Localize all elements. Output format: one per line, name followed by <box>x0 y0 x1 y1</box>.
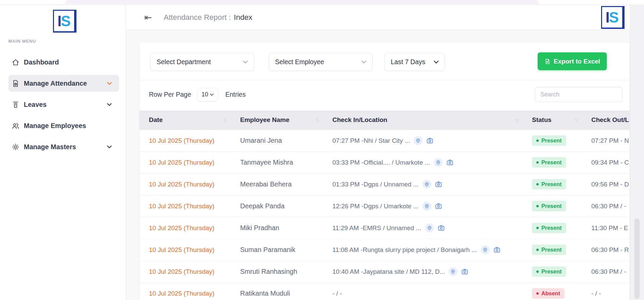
check-out-cell: 06:30 PM - R <box>582 239 630 261</box>
sidebar-item-manage-attendance[interactable]: Manage Attendance <box>8 75 119 92</box>
chevron-down-icon <box>434 60 439 64</box>
report-card: Select Department Select Employee Last 7… <box>139 42 630 300</box>
table-row: 10 Jul 2025 (Thursday) Tanmayee Mishra 0… <box>140 152 630 173</box>
sort-icon[interactable]: ↑↓ <box>575 117 577 123</box>
entries-label: Entries <box>225 91 246 98</box>
sidebar-item-dashboard[interactable]: Dashboard <box>8 54 119 71</box>
check-out-cell: 06:30 PM / - <box>582 195 630 217</box>
export-to-excel-button[interactable]: Export to Excel <box>538 52 607 70</box>
column-header-check-in[interactable]: Check In/Location↑↓ <box>323 111 523 130</box>
employee-name-cell: Smruti Ranhasingh <box>231 261 323 283</box>
employee-name-cell: Tanmayee Mishra <box>231 152 323 173</box>
attendance-icon <box>12 80 19 87</box>
status-dot-icon <box>536 292 539 295</box>
location-pin-icon[interactable] <box>425 223 434 232</box>
sidebar-item-label: Manage Employees <box>24 122 86 130</box>
check-out-cell: - / - <box>582 283 630 300</box>
status-cell: Present <box>523 173 582 195</box>
camera-icon[interactable] <box>435 203 442 210</box>
sidebar-item-label: Dashboard <box>24 58 59 66</box>
check-out-cell: 06:30 PM / - <box>582 261 630 283</box>
sort-icon[interactable]: ↑↓ <box>515 117 518 123</box>
location-pin-icon[interactable] <box>422 202 431 211</box>
sidebar-collapse-icon[interactable]: ⇤ <box>144 12 152 23</box>
sidebar-item-label: Leaves <box>24 101 47 109</box>
status-cell: Present <box>523 217 582 239</box>
check-in-cell: 10:40 AM -Jaypatana site / MD 112, D... <box>323 261 523 283</box>
status-cell: Present <box>523 261 582 283</box>
camera-icon[interactable] <box>438 224 445 231</box>
sidebar-menu: Dashboard Manage Attendance Leaves <box>8 54 119 155</box>
employee-name-cell: Umarani Jena <box>231 130 323 152</box>
employee-select-value: Select Employee <box>275 58 324 66</box>
chevron-down-icon <box>107 82 112 85</box>
status-badge: Absent <box>532 288 565 299</box>
file-excel-icon <box>544 58 550 65</box>
column-header-employee-name[interactable]: Employee Name↑↓ <box>231 111 323 130</box>
camera-icon[interactable] <box>493 246 500 253</box>
date-range-select[interactable]: Last 7 Days <box>384 53 445 71</box>
camera-icon[interactable] <box>446 159 453 166</box>
sidebar-item-leaves[interactable]: Leaves <box>8 96 119 113</box>
chevron-down-icon <box>361 60 366 64</box>
status-badge: Present <box>532 135 566 146</box>
date-cell: 10 Jul 2025 (Thursday) <box>140 173 231 195</box>
status-badge: Present <box>532 201 566 211</box>
date-cell: 10 Jul 2025 (Thursday) <box>140 130 231 152</box>
search-input[interactable] <box>535 87 623 102</box>
location-pin-icon[interactable] <box>434 158 443 167</box>
page-title-emphasis: Index <box>234 13 252 22</box>
chevron-down-icon <box>107 103 112 106</box>
employee-name-cell: Meerabai Behera <box>231 173 323 195</box>
status-dot-icon <box>536 139 539 142</box>
status-badge: Present <box>532 157 566 168</box>
location-pin-icon[interactable] <box>414 136 423 145</box>
scrollbar-thumb[interactable] <box>634 218 640 299</box>
sidebar-item-manage-masters[interactable]: Manage Masters <box>8 138 119 155</box>
status-dot-icon <box>536 227 539 229</box>
column-header-date[interactable]: Date↑↓ <box>140 111 231 130</box>
camera-icon[interactable] <box>461 268 468 275</box>
sidebar-item-label: Manage Attendance <box>24 80 87 87</box>
camera-icon[interactable] <box>435 181 442 188</box>
status-cell: Present <box>523 239 582 261</box>
employee-name-cell: Miki Pradhan <box>231 217 323 239</box>
status-cell: Present <box>523 195 582 217</box>
employee-name-cell: Deepak Panda <box>231 195 323 217</box>
status-cell: Present <box>523 152 582 173</box>
status-badge: Present <box>532 245 566 255</box>
page-header: ⇤ Attendance Report : Index IS <box>126 5 630 30</box>
chevron-down-icon <box>243 60 248 64</box>
department-select[interactable]: Select Department <box>150 53 254 71</box>
table-row: 10 Jul 2025 (Thursday) Miki Pradhan 11:2… <box>140 217 630 239</box>
column-header-status[interactable]: Status↑↓ <box>523 111 582 130</box>
status-cell: Absent <box>523 283 582 300</box>
table-row: 10 Jul 2025 (Thursday) Suman Paramanik 1… <box>140 239 630 261</box>
table-row: 10 Jul 2025 (Thursday) Deepak Panda 12:2… <box>140 195 630 217</box>
logo-letter-i: I <box>57 14 61 29</box>
table-row: 10 Jul 2025 (Thursday) Smruti Ranhasingh… <box>140 261 630 283</box>
sidebar-item-manage-employees[interactable]: Manage Employees <box>8 117 119 134</box>
logo-letter-s: S <box>609 10 619 25</box>
table-controls: Row Per Page 10 Entries <box>149 87 623 102</box>
location-pin-icon[interactable] <box>481 245 490 254</box>
page-title: Attendance Report : Index <box>164 5 252 30</box>
scrollbar-track <box>630 5 644 300</box>
column-header-check-out[interactable]: Check Out/L <box>582 111 630 130</box>
check-in-cell: 03:33 PM -Official.... / Umarkote ... <box>323 152 523 173</box>
section-divider <box>140 80 630 80</box>
department-select-value: Select Department <box>157 58 211 66</box>
location-pin-icon[interactable] <box>422 180 431 189</box>
top-bar <box>0 0 644 5</box>
page-size-select[interactable]: 10 <box>197 88 218 101</box>
sort-icon[interactable]: ↑↓ <box>316 117 318 123</box>
status-dot-icon <box>536 205 539 207</box>
camera-icon[interactable] <box>426 137 433 144</box>
employee-select[interactable]: Select Employee <box>269 53 373 71</box>
status-badge: Present <box>532 179 566 189</box>
date-range-value: Last 7 Days <box>391 58 425 66</box>
main-menu-label: MAIN MENU <box>8 39 36 44</box>
attendance-table: Date↑↓ Employee Name↑↓ Check In/Location… <box>140 111 630 300</box>
sort-icon[interactable]: ↑↓ <box>223 117 226 123</box>
location-pin-icon[interactable] <box>448 267 458 276</box>
